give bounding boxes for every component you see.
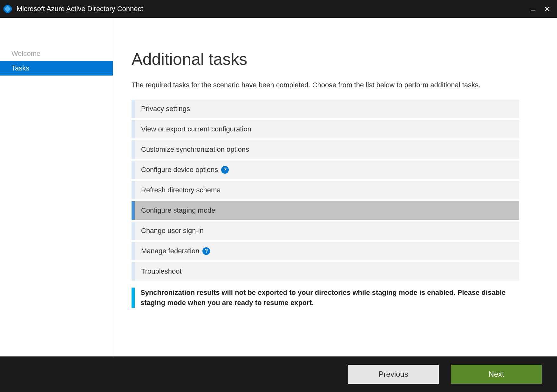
sidebar-step-label: Tasks (11, 64, 29, 72)
task-accent-bar (132, 100, 135, 118)
azure-logo-icon (3, 4, 12, 13)
task-accent-bar (132, 161, 135, 179)
task-privacy-settings[interactable]: Privacy settings (132, 100, 519, 118)
sidebar-step-label: Welcome (11, 50, 40, 57)
wizard-body: Welcome Tasks Additional tasks The requi… (0, 18, 557, 356)
task-list: Privacy settings View or export current … (132, 100, 519, 281)
task-accent-bar (132, 181, 135, 199)
close-icon (544, 6, 550, 12)
wizard-footer: Previous Next (0, 356, 557, 392)
task-label: Troubleshoot (135, 267, 182, 276)
task-troubleshoot[interactable]: Troubleshoot (132, 262, 519, 281)
task-accent-bar (132, 242, 135, 260)
task-accent-bar (132, 140, 135, 159)
task-label: Manage federation (135, 247, 199, 255)
task-label: Refresh directory schema (135, 186, 221, 194)
page-intro: The required tasks for the scenario have… (132, 80, 513, 90)
window-title: Microsoft Azure Active Directory Connect (17, 5, 143, 13)
help-icon[interactable]: ? (202, 247, 210, 255)
task-label: Customize synchronization options (135, 145, 249, 154)
previous-button[interactable]: Previous (348, 365, 439, 384)
staging-mode-notice: Synchronization results will not be expo… (132, 288, 519, 308)
task-manage-federation[interactable]: Manage federation ? (132, 242, 519, 260)
sidebar-step-welcome[interactable]: Welcome (0, 46, 113, 61)
notice-text: Synchronization results will not be expo… (140, 288, 519, 308)
minimize-icon (530, 6, 536, 12)
task-label: View or export current configuration (135, 125, 251, 133)
task-accent-bar (132, 262, 135, 281)
wizard-window: Microsoft Azure Active Directory Connect… (0, 0, 557, 392)
task-accent-bar (132, 201, 135, 220)
task-configure-staging-mode[interactable]: Configure staging mode (132, 201, 519, 220)
sidebar-step-tasks[interactable]: Tasks (0, 61, 113, 76)
titlebar: Microsoft Azure Active Directory Connect (0, 0, 557, 18)
page-heading: Additional tasks (132, 50, 542, 69)
close-button[interactable] (542, 3, 553, 14)
task-label: Configure staging mode (135, 206, 215, 215)
minimize-button[interactable] (528, 3, 539, 14)
task-accent-bar (132, 120, 135, 138)
next-button[interactable]: Next (451, 365, 542, 384)
task-view-export-config[interactable]: View or export current configuration (132, 120, 519, 138)
notice-stripe (132, 288, 135, 308)
task-refresh-schema[interactable]: Refresh directory schema (132, 181, 519, 199)
task-customize-sync[interactable]: Customize synchronization options (132, 140, 519, 159)
task-label: Change user sign-in (135, 227, 204, 235)
task-accent-bar (132, 222, 135, 240)
main-panel: Additional tasks The required tasks for … (113, 18, 557, 356)
task-change-user-signin[interactable]: Change user sign-in (132, 222, 519, 240)
sidebar: Welcome Tasks (0, 18, 113, 356)
help-icon[interactable]: ? (221, 166, 229, 174)
task-label: Privacy settings (135, 105, 190, 113)
task-label: Configure device options (135, 166, 218, 174)
task-configure-device-options[interactable]: Configure device options ? (132, 161, 519, 179)
